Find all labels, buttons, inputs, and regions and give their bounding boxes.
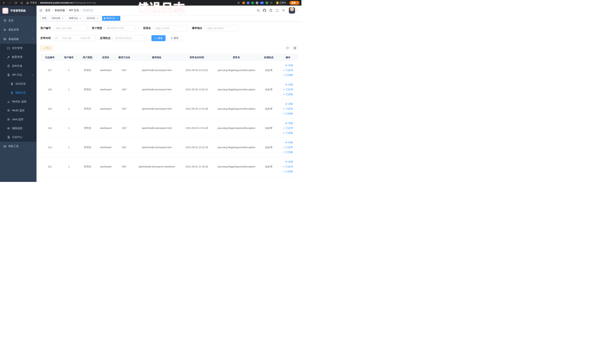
breadcrumb-item[interactable]: 基础设施 bbox=[55, 9, 65, 12]
url-domain: dashboard.yudao.iocoder.cn bbox=[40, 1, 73, 4]
action-detail[interactable]: 详细 bbox=[279, 140, 293, 145]
tab-close-icon[interactable]: × bbox=[96, 17, 99, 20]
grid-button[interactable] bbox=[292, 45, 298, 51]
action-detail[interactable]: 详细 bbox=[279, 121, 293, 126]
refresh-button[interactable] bbox=[285, 45, 290, 51]
request-url-input[interactable] bbox=[204, 25, 239, 31]
process-status-select[interactable]: 请选择处理状态 bbox=[113, 35, 147, 41]
paused-extension-badge[interactable]: 已暂停 bbox=[274, 1, 288, 5]
user-id-input[interactable] bbox=[53, 25, 87, 31]
action-label: 已处理 bbox=[286, 145, 293, 150]
action-ignore[interactable]: 已忽略 bbox=[279, 111, 293, 116]
column-header: 用户编号 bbox=[59, 54, 78, 61]
column-header: 日志编号 bbox=[40, 54, 59, 61]
eye-icon bbox=[285, 122, 288, 124]
action-processed[interactable]: 已处理 bbox=[279, 145, 293, 150]
cell-time: 2021-05-03 12:01:45 bbox=[180, 118, 214, 138]
chevron-down-icon bbox=[143, 37, 145, 39]
sidebar-item-日志中心[interactable]: 日志中心 bbox=[0, 133, 36, 142]
cell-user_id: 1 bbox=[59, 80, 78, 99]
action-label: 详细 bbox=[288, 159, 293, 164]
sidebar-item-系统管理[interactable]: 系统管理 bbox=[0, 25, 36, 35]
action-processed[interactable]: 已处理 bbox=[279, 87, 293, 92]
tab-访问日志[interactable]: 访问日志× bbox=[85, 16, 101, 21]
action-processed[interactable]: 已处理 bbox=[279, 68, 293, 73]
cell-url: /api/infra/db-doc/export-html bbox=[133, 138, 180, 157]
forward-icon bbox=[9, 1, 11, 4]
home-button[interactable] bbox=[20, 1, 24, 5]
export-button[interactable]: 导出 bbox=[40, 46, 53, 51]
sidebar-item-错误日志[interactable]: 错误日志 bbox=[0, 88, 36, 97]
back-button[interactable] bbox=[2, 1, 6, 5]
user-type-select[interactable]: 请选择用户类型 bbox=[104, 25, 139, 31]
breadcrumb: 首页/基础设施/API 日志/错误日志 bbox=[45, 9, 93, 12]
action-ignore[interactable]: 已忽略 bbox=[279, 150, 293, 155]
sidebar-item-首页[interactable]: 首页 bbox=[0, 16, 36, 25]
sidebar-item-配置管理[interactable]: 配置管理 bbox=[0, 53, 36, 61]
sidebar-item-定时任务[interactable]: 定时任务 bbox=[0, 61, 36, 70]
github-button[interactable] bbox=[263, 9, 266, 12]
tab-close-icon[interactable]: × bbox=[61, 17, 64, 20]
bookmark-star-button[interactable] bbox=[237, 1, 241, 5]
action-ignore[interactable]: 已忽略 bbox=[279, 92, 293, 97]
logo[interactable]: 芋道管理系统 bbox=[0, 6, 36, 16]
sidebar-item-Java 监控[interactable]: Java 监控 bbox=[0, 115, 36, 124]
action-processed[interactable]: 已处理 bbox=[279, 126, 293, 130]
cell-id: 114 bbox=[40, 118, 59, 138]
tab-定时任务[interactable]: 定时任务× bbox=[50, 16, 66, 21]
infrastructure-icon bbox=[3, 38, 6, 41]
search-button[interactable] bbox=[256, 9, 260, 12]
address-bar[interactable]: dashboard.yudao.iocoder.cn/infra/log/api… bbox=[40, 1, 235, 4]
action-detail[interactable]: 详细 bbox=[279, 102, 293, 106]
breadcrumb-item[interactable]: API 日志 bbox=[69, 9, 79, 12]
sidebar-item-MySQL 监控[interactable]: MySQL 监控 bbox=[0, 97, 36, 106]
breadcrumb-item[interactable]: 首页 bbox=[45, 9, 50, 12]
tab-close-icon[interactable]: × bbox=[79, 17, 81, 20]
action-detail[interactable]: 详细 bbox=[279, 159, 293, 164]
sidebar-item-研发工具[interactable]: 研发工具 bbox=[0, 142, 36, 151]
help-button[interactable] bbox=[269, 9, 272, 12]
sidebar-toggle-button[interactable] bbox=[39, 9, 43, 12]
breadcrumb-item: 错误日志 bbox=[83, 9, 93, 12]
sidebar-item-基础设施[interactable]: 基础设施 bbox=[0, 35, 36, 44]
action-ignore[interactable]: 已忽略 bbox=[279, 130, 293, 135]
extension-gray-icon[interactable] bbox=[256, 1, 258, 4]
tab-close-icon[interactable]: × bbox=[116, 17, 119, 20]
sidebar-item-Redis 监控[interactable]: Redis 监控 bbox=[0, 106, 36, 115]
check-icon bbox=[283, 146, 285, 149]
sidebar-item-访问日志[interactable]: 访问日志 bbox=[0, 79, 36, 88]
extension-dark-icon[interactable] bbox=[270, 1, 273, 4]
fullscreen-button[interactable] bbox=[276, 9, 279, 12]
app-name-input[interactable] bbox=[153, 25, 187, 31]
reset-button[interactable]: 重置 bbox=[167, 35, 182, 41]
extension-blue-icon[interactable] bbox=[247, 1, 250, 4]
chrome-update-button[interactable]: 更新 bbox=[289, 1, 300, 5]
extension-leaf-icon[interactable] bbox=[266, 1, 268, 4]
action-ignore[interactable]: 已忽略 bbox=[279, 73, 293, 78]
sidebar-item-文件管理[interactable]: 文件管理 bbox=[0, 44, 36, 53]
tab-调度日志[interactable]: 调度日志× bbox=[67, 16, 83, 21]
action-processed[interactable]: 已处理 bbox=[279, 164, 293, 169]
exception-time-range-picker[interactable]: 开始日期 - 结束日期 bbox=[53, 35, 96, 41]
reload-button[interactable] bbox=[14, 1, 18, 5]
action-detail[interactable]: 详细 bbox=[279, 63, 293, 68]
forward-button[interactable] bbox=[8, 1, 12, 5]
filter-process-status: 处理状态 请选择处理状态 bbox=[100, 35, 147, 41]
sidebar-item-API 日志[interactable]: API 日志 bbox=[0, 70, 36, 79]
tab-错误日志[interactable]: 错误日志× bbox=[102, 16, 120, 21]
search-button[interactable]: 搜索 bbox=[151, 35, 165, 41]
extension-green-icon[interactable] bbox=[251, 1, 254, 4]
tab-首页[interactable]: 首页 bbox=[40, 16, 48, 21]
security-indicator[interactable]: 不安全 bbox=[26, 1, 37, 4]
sidebar-item-链路追踪[interactable]: 链路追踪 bbox=[0, 124, 36, 133]
font-size-button[interactable] bbox=[282, 9, 285, 12]
filter-request-url: 请求地址 bbox=[192, 25, 239, 31]
extension-orange-icon[interactable] bbox=[242, 1, 245, 4]
user-menu[interactable] bbox=[289, 7, 299, 13]
action-ignore[interactable]: 已忽略 bbox=[279, 169, 293, 174]
app-title: 芋道管理系统 bbox=[10, 9, 26, 12]
gear-icon bbox=[3, 28, 6, 31]
action-processed[interactable]: 已处理 bbox=[279, 106, 293, 111]
action-detail[interactable]: 详细 bbox=[279, 82, 293, 87]
extension-on-badge-icon[interactable]: on bbox=[260, 1, 264, 4]
